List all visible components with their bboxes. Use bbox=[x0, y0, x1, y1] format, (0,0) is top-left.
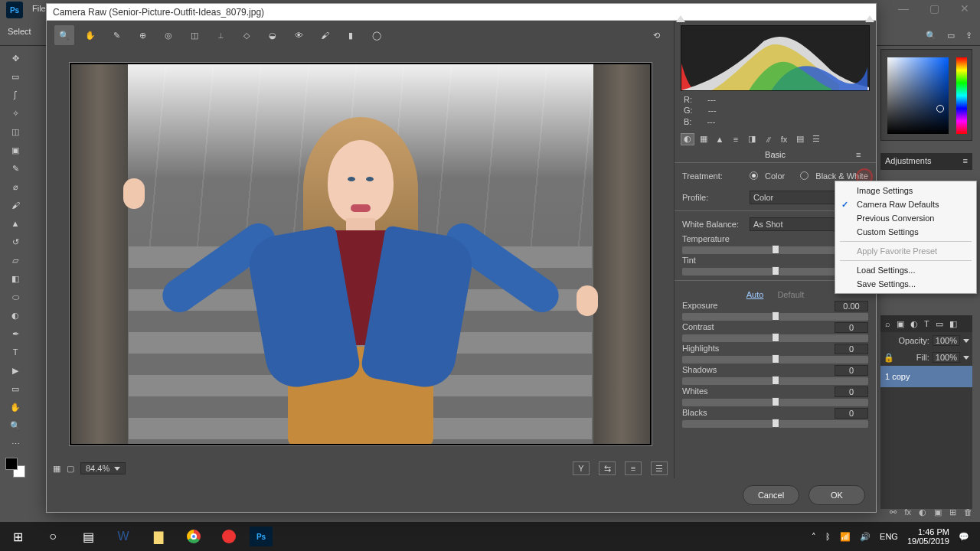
chrome-icon[interactable] bbox=[176, 522, 211, 551]
tab-detail-icon[interactable]: ▲ bbox=[713, 133, 727, 145]
exposure-value[interactable]: 0.00 bbox=[835, 301, 868, 311]
layer-filter-icon[interactable]: ⌕ bbox=[885, 319, 890, 328]
network-icon[interactable]: 📶 bbox=[840, 532, 851, 542]
brush-tool-icon[interactable]: 🖌 bbox=[6, 196, 24, 214]
marquee-tool-icon[interactable]: ▭ bbox=[6, 67, 24, 86]
targeted-adjust-icon[interactable]: ◎ bbox=[158, 25, 178, 45]
presentation-icon[interactable]: ▭ bbox=[947, 31, 955, 41]
layer-filter-smart-icon[interactable]: ◧ bbox=[949, 319, 957, 329]
straighten-icon[interactable]: ⟂ bbox=[211, 25, 230, 45]
exposure-slider[interactable] bbox=[682, 313, 868, 321]
gradient-tool-icon[interactable]: ◧ bbox=[6, 269, 24, 288]
color-sampler-icon[interactable]: ⊕ bbox=[132, 25, 152, 45]
menu-camera-raw-defaults[interactable]: Camera Raw Defaults bbox=[835, 197, 976, 211]
graduated-filter-icon[interactable]: ▮ bbox=[341, 25, 361, 45]
tab-basic-icon[interactable]: ◐ bbox=[681, 133, 694, 145]
minimize-button[interactable]: — bbox=[888, 0, 919, 17]
menu-custom-settings[interactable]: Custom Settings bbox=[835, 225, 976, 239]
start-button[interactable]: ⊞ bbox=[0, 522, 35, 551]
trash-icon[interactable]: 🗑 bbox=[964, 507, 972, 517]
blacks-slider[interactable] bbox=[682, 420, 868, 428]
layer-filter-type-icon[interactable]: T bbox=[924, 319, 929, 328]
frame-tool-icon[interactable]: ▣ bbox=[6, 141, 24, 159]
zoom-tool-icon[interactable]: 🔍 bbox=[54, 25, 74, 45]
task-view-icon[interactable]: ▤ bbox=[70, 522, 106, 551]
whites-slider[interactable] bbox=[682, 399, 868, 406]
fx-icon[interactable]: fx bbox=[904, 507, 911, 517]
menu-icon[interactable]: ☰ bbox=[651, 461, 668, 475]
opacity-value[interactable]: 100% bbox=[933, 335, 960, 346]
crop-tool-icon[interactable]: ◫ bbox=[185, 25, 204, 45]
foreground-swatch[interactable] bbox=[5, 458, 18, 470]
maximize-button[interactable]: ▢ bbox=[919, 0, 949, 17]
adjustment-brush-icon[interactable]: 🖌 bbox=[315, 25, 335, 45]
tab-lens-icon[interactable]: ⫽ bbox=[761, 133, 775, 145]
radial-filter-icon[interactable]: ◯ bbox=[367, 25, 387, 45]
layer-filter-image-icon[interactable]: ▣ bbox=[897, 319, 904, 329]
tab-curve-icon[interactable]: ▦ bbox=[697, 133, 710, 145]
default-button[interactable]: Default bbox=[777, 290, 804, 299]
shadows-slider[interactable] bbox=[682, 377, 868, 385]
tab-hsl-icon[interactable]: ≡ bbox=[729, 133, 743, 145]
red-eye-icon[interactable]: 👁 bbox=[289, 25, 309, 45]
color-picker-indicator[interactable] bbox=[936, 105, 944, 112]
lasso-tool-icon[interactable]: ʃ bbox=[6, 86, 24, 104]
history-brush-icon[interactable]: ↺ bbox=[6, 233, 24, 251]
eraser-tool-icon[interactable]: ▱ bbox=[6, 251, 24, 269]
path-select-icon[interactable]: ▶ bbox=[6, 361, 24, 380]
hue-slider[interactable] bbox=[956, 57, 967, 134]
spot-removal-icon[interactable]: ◒ bbox=[263, 25, 283, 45]
word-icon[interactable]: W bbox=[106, 522, 141, 551]
menu-save-settings[interactable]: Save Settings... bbox=[835, 277, 976, 291]
close-button[interactable]: ✕ bbox=[949, 0, 980, 17]
tab-split-icon[interactable]: ◨ bbox=[745, 133, 759, 145]
file-explorer-icon[interactable]: ▇ bbox=[141, 522, 176, 551]
healing-brush-icon[interactable]: ⌀ bbox=[6, 178, 24, 196]
new-group-icon[interactable]: ▣ bbox=[934, 507, 942, 517]
shadows-value[interactable]: 0 bbox=[835, 365, 868, 376]
contrast-slider[interactable] bbox=[682, 334, 868, 342]
language-indicator[interactable]: ENG bbox=[880, 532, 898, 541]
rectangle-tool-icon[interactable]: ▭ bbox=[6, 380, 24, 398]
treatment-color-radio[interactable] bbox=[750, 171, 758, 180]
blacks-value[interactable]: 0 bbox=[835, 408, 868, 419]
hand-tool-icon[interactable]: ✋ bbox=[80, 25, 100, 45]
type-tool-icon[interactable]: T bbox=[6, 343, 24, 361]
auto-button[interactable]: Auto bbox=[746, 290, 764, 299]
cancel-button[interactable]: Cancel bbox=[743, 485, 799, 505]
zoom-tool-icon[interactable]: 🔍 bbox=[6, 416, 24, 435]
tab-presets-icon[interactable]: ☰ bbox=[809, 133, 823, 145]
layer-item[interactable]: 1 copy bbox=[880, 366, 972, 387]
layer-filter-shape-icon[interactable]: ▭ bbox=[936, 319, 943, 329]
new-layer-icon[interactable]: ⊞ bbox=[949, 507, 956, 517]
rotate-icon[interactable]: ⟲ bbox=[646, 25, 666, 45]
single-view-icon[interactable]: ▢ bbox=[67, 464, 74, 474]
transform-icon[interactable]: ◇ bbox=[237, 25, 256, 45]
swap-icon[interactable]: ⇆ bbox=[599, 461, 616, 475]
tab-fx-icon[interactable]: fx bbox=[777, 133, 791, 145]
before-after-icon[interactable]: Y bbox=[573, 461, 590, 475]
volume-icon[interactable]: 🔊 bbox=[860, 532, 871, 542]
layer-filter-adjust-icon[interactable]: ◐ bbox=[910, 319, 918, 329]
copy-settings-icon[interactable]: ≡ bbox=[625, 461, 642, 475]
tab-calib-icon[interactable]: ▤ bbox=[793, 133, 807, 145]
clone-stamp-icon[interactable]: ▲ bbox=[6, 214, 24, 233]
eyedropper-icon[interactable]: ✎ bbox=[6, 159, 24, 178]
search-icon[interactable]: 🔍 bbox=[926, 31, 936, 41]
highlights-value[interactable]: 0 bbox=[835, 344, 868, 354]
panel-flyout-button[interactable]: ≡ bbox=[856, 150, 870, 161]
mask-icon[interactable]: ◐ bbox=[919, 507, 926, 517]
photoshop-taskbar-icon[interactable]: Ps bbox=[250, 527, 273, 546]
contrast-value[interactable]: 0 bbox=[835, 322, 868, 333]
zoom-combo[interactable]: 84.4% bbox=[80, 462, 126, 474]
magic-wand-icon[interactable]: ✧ bbox=[6, 104, 24, 122]
link-layers-icon[interactable]: ⚯ bbox=[890, 507, 897, 517]
menu-image-settings[interactable]: Image Settings bbox=[835, 184, 976, 197]
share-icon[interactable]: ⇪ bbox=[965, 31, 972, 41]
chevron-down-icon[interactable] bbox=[963, 339, 969, 343]
ok-button[interactable]: OK bbox=[808, 485, 865, 505]
tray-up-icon[interactable]: ˄ bbox=[812, 532, 816, 542]
pen-tool-icon[interactable]: ✒ bbox=[6, 324, 24, 343]
cortana-icon[interactable]: ○ bbox=[35, 522, 70, 551]
multi-view-icon[interactable]: ▦ bbox=[53, 464, 60, 474]
